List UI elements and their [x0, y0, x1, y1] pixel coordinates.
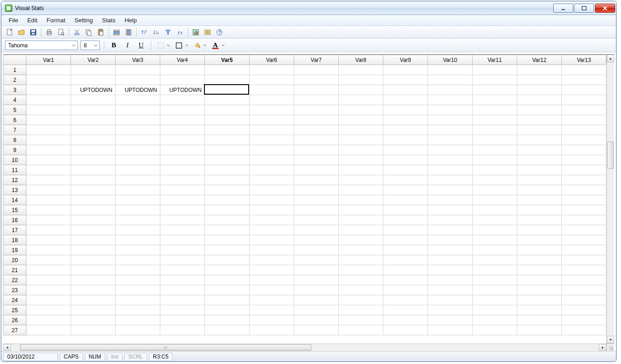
grid-cell[interactable]: [205, 295, 249, 305]
grid-cell[interactable]: [517, 85, 562, 95]
column-header[interactable]: Var9: [383, 55, 428, 65]
grid-cell[interactable]: [249, 265, 294, 275]
grid-cell[interactable]: [116, 175, 160, 185]
grid-cell[interactable]: [71, 235, 116, 245]
grid-cell[interactable]: [71, 75, 116, 85]
grid-cell[interactable]: [517, 275, 562, 285]
grid-cell[interactable]: [116, 145, 160, 155]
grid-cell[interactable]: [428, 125, 473, 135]
grid-cell[interactable]: [26, 215, 71, 225]
grid-cell[interactable]: [160, 295, 205, 305]
row-header[interactable]: 22: [4, 275, 26, 285]
resize-grip[interactable]: [606, 344, 614, 351]
grid-cell[interactable]: [71, 245, 116, 255]
grid-cell[interactable]: [428, 225, 473, 235]
grid-cell[interactable]: [428, 215, 473, 225]
row-header[interactable]: 5: [4, 105, 26, 115]
grid-cell[interactable]: [249, 255, 294, 265]
grid-cell[interactable]: [473, 155, 517, 165]
grid-cell[interactable]: [473, 195, 517, 205]
new-button[interactable]: [4, 27, 15, 37]
row-header[interactable]: 1: [4, 65, 26, 75]
grid-cell[interactable]: [383, 145, 428, 155]
grid-cell[interactable]: [383, 175, 428, 185]
grid-cell[interactable]: [116, 165, 160, 175]
grid-cell[interactable]: [26, 95, 71, 105]
grid-cell[interactable]: UPTODOWN: [116, 85, 160, 95]
print-button[interactable]: [44, 27, 55, 37]
grid-cell[interactable]: [205, 125, 249, 135]
grid-cell[interactable]: [339, 245, 383, 255]
grid-cell[interactable]: [383, 155, 428, 165]
grid-cell[interactable]: [473, 305, 517, 315]
grid-cell[interactable]: [26, 115, 71, 125]
grid-cell[interactable]: [205, 305, 249, 315]
grid-cell[interactable]: [71, 145, 116, 155]
copy-button[interactable]: [83, 27, 94, 37]
grid-cell[interactable]: [473, 185, 517, 195]
grid-cell[interactable]: [26, 75, 71, 85]
grid-cell[interactable]: [517, 165, 562, 175]
row-header[interactable]: 14: [4, 195, 26, 205]
grid-cell[interactable]: [294, 285, 339, 295]
grid-cell[interactable]: [517, 75, 562, 85]
grid-cell[interactable]: [160, 165, 205, 175]
grid-cell[interactable]: [517, 185, 562, 195]
grid-cell[interactable]: [205, 185, 249, 195]
grid-cell[interactable]: [294, 305, 339, 315]
column-header[interactable]: Var3: [116, 55, 160, 65]
grid-cell[interactable]: [339, 165, 383, 175]
grid-cell[interactable]: [383, 225, 428, 235]
scroll-right-button[interactable]: [599, 344, 606, 351]
column-header[interactable]: Var5: [205, 55, 249, 65]
grid-cell[interactable]: [249, 115, 294, 125]
grid-cell[interactable]: [383, 255, 428, 265]
grid-cell[interactable]: [562, 255, 606, 265]
grid-cell[interactable]: [205, 175, 249, 185]
grid-cell[interactable]: [339, 285, 383, 295]
grid-cell[interactable]: [160, 265, 205, 275]
grid-cell[interactable]: [428, 235, 473, 245]
grid-cell[interactable]: [473, 205, 517, 215]
grid-cell[interactable]: [26, 85, 71, 95]
grid-cell[interactable]: [249, 275, 294, 285]
grid-cell[interactable]: [517, 295, 562, 305]
grid-cell[interactable]: [428, 115, 473, 125]
grid-cell[interactable]: [339, 305, 383, 315]
grid-cell[interactable]: [116, 155, 160, 165]
menu-setting[interactable]: Setting: [70, 15, 97, 25]
italic-button[interactable]: I: [122, 40, 133, 51]
grid-cell[interactable]: [116, 205, 160, 215]
grid-cell[interactable]: [517, 315, 562, 325]
grid-cell[interactable]: [116, 75, 160, 85]
grid-cell[interactable]: [339, 135, 383, 145]
grid-cell[interactable]: [562, 185, 606, 195]
column-header[interactable]: Var8: [339, 55, 383, 65]
font-color-button[interactable]: A: [210, 40, 225, 51]
borders-button[interactable]: [155, 40, 171, 51]
grid-cell[interactable]: [294, 155, 339, 165]
grid-cell[interactable]: [249, 295, 294, 305]
close-button[interactable]: [595, 4, 615, 13]
grid-cell[interactable]: [26, 145, 71, 155]
grid-cell[interactable]: [473, 225, 517, 235]
grid-cell[interactable]: [562, 85, 606, 95]
grid-cell[interactable]: [71, 315, 116, 325]
grid-cell[interactable]: [473, 325, 517, 335]
grid-cell[interactable]: [26, 185, 71, 195]
grid-cell[interactable]: [205, 145, 249, 155]
scroll-down-button[interactable]: [607, 336, 614, 344]
scrollbar-thumb[interactable]: [20, 344, 311, 351]
row-header[interactable]: 10: [4, 155, 26, 165]
grid-cell[interactable]: [383, 65, 428, 75]
grid-cell[interactable]: [428, 135, 473, 145]
grid-cell[interactable]: [383, 95, 428, 105]
grid-cell[interactable]: [562, 215, 606, 225]
grid-cell[interactable]: [249, 125, 294, 135]
row-header[interactable]: 26: [4, 315, 26, 325]
grid-cell[interactable]: [205, 325, 249, 335]
grid-cell[interactable]: [26, 245, 71, 255]
grid-cell[interactable]: [339, 185, 383, 195]
grid-cell[interactable]: [116, 245, 160, 255]
grid-cell[interactable]: [160, 285, 205, 295]
